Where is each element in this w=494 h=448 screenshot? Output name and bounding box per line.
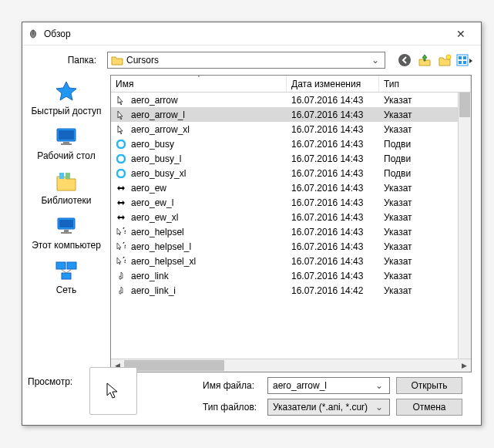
computer-icon (54, 214, 79, 238)
column-modified[interactable]: Дата изменения (287, 76, 379, 92)
folder-combo[interactable]: Cursors ⌄ (107, 52, 385, 69)
file-row[interactable]: aero_ew_l 16.07.2016 14:43 Указат (111, 195, 471, 210)
file-row[interactable]: ? aero_helpsel_l 16.07.2016 14:43 Указат (111, 239, 471, 254)
file-icon (116, 197, 126, 208)
file-icon (116, 153, 126, 164)
svg-rect-20 (67, 262, 76, 269)
file-list[interactable]: Имя ˄ Дата изменения Тип aero_arrow 16.0… (110, 75, 472, 372)
titlebar: Обзор ✕ (22, 22, 481, 45)
file-open-dialog: Обзор ✕ Папка: Cursors ⌄ Бы (22, 22, 482, 426)
file-row[interactable]: aero_busy_xl 16.07.2016 14:43 Подви (111, 166, 471, 180)
place-item[interactable]: Быстрый доступ (22, 79, 110, 116)
file-icon (116, 95, 126, 106)
column-type[interactable]: Тип (379, 76, 471, 92)
file-icon (116, 124, 126, 135)
file-name: aero_helpsel_l (131, 241, 191, 252)
file-rows: aero_arrow 16.07.2016 14:43 Указат aero_… (111, 93, 471, 359)
file-row[interactable]: aero_ew_xl 16.07.2016 14:43 Указат (111, 210, 471, 224)
file-row[interactable]: ? aero_helpsel 16.07.2016 14:43 Указат (111, 224, 471, 239)
file-name: aero_busy_l (131, 153, 181, 164)
place-item[interactable]: Рабочий стол (22, 124, 110, 161)
file-row[interactable]: aero_arrow_l 16.07.2016 14:43 Указат (111, 107, 471, 122)
star-icon (54, 79, 79, 104)
place-item[interactable]: Этот компьютер (22, 214, 110, 251)
file-date: 16.07.2016 14:42 (287, 285, 379, 296)
preview-label: Просмотр: (28, 376, 72, 387)
svg-rect-5 (459, 56, 462, 59)
file-row[interactable]: aero_ew 16.07.2016 14:43 Указат (111, 180, 471, 195)
close-button[interactable]: ✕ (445, 28, 476, 40)
file-row[interactable]: ? aero_helpsel_xl 16.07.2016 14:43 Указа… (111, 254, 471, 268)
file-date: 16.07.2016 14:43 (287, 271, 379, 281)
svg-rect-19 (56, 262, 66, 269)
place-label: Библиотеки (41, 195, 91, 206)
file-name: aero_helpsel (131, 227, 184, 237)
svg-rect-8 (463, 61, 466, 64)
file-date: 16.07.2016 14:43 (287, 197, 379, 208)
folder-label: Папка: (22, 55, 102, 66)
file-date: 16.07.2016 14:43 (287, 95, 379, 106)
folder-row: Папка: Cursors ⌄ (22, 45, 481, 75)
place-item[interactable]: Сеть (22, 258, 110, 295)
scroll-right-icon[interactable]: ▶ (458, 362, 471, 369)
svg-text:?: ? (123, 242, 126, 251)
file-date: 16.07.2016 14:43 (287, 109, 379, 120)
horizontal-scrollbar[interactable]: ◀ ▶ (111, 359, 471, 372)
libraries-icon (54, 169, 79, 194)
svg-rect-14 (66, 173, 70, 179)
svg-rect-17 (64, 230, 69, 232)
svg-point-2 (398, 54, 411, 66)
svg-line-23 (66, 269, 72, 273)
svg-rect-21 (62, 273, 71, 279)
file-name: aero_link (131, 271, 169, 281)
place-label: Рабочий стол (37, 150, 95, 161)
column-name[interactable]: Имя ˄ (111, 76, 287, 92)
svg-rect-6 (463, 56, 466, 59)
file-date: 16.07.2016 14:43 (287, 227, 379, 237)
file-name: aero_ew (131, 183, 166, 194)
chevron-down-icon: ⌄ (374, 380, 385, 391)
file-row[interactable]: aero_link 16.07.2016 14:43 Указат (111, 268, 471, 283)
chevron-down-icon: ⌄ (369, 55, 381, 66)
back-button[interactable] (396, 52, 413, 69)
svg-point-26 (117, 170, 125, 177)
file-name: aero_helpsel_xl (131, 256, 196, 267)
file-row[interactable]: aero_arrow 16.07.2016 14:43 Указат (111, 93, 471, 107)
svg-point-25 (117, 155, 125, 163)
file-list-container: Имя ˄ Дата изменения Тип aero_arrow 16.0… (110, 75, 481, 425)
view-menu-button[interactable] (456, 52, 473, 69)
file-name: aero_arrow_l (131, 109, 185, 120)
file-row[interactable]: aero_link_i 16.07.2016 14:42 Указат (111, 283, 471, 298)
scrollbar-thumb[interactable] (459, 93, 470, 117)
file-row[interactable]: aero_busy 16.07.2016 14:43 Подви (111, 136, 471, 151)
file-icon: ? (116, 227, 126, 237)
up-button[interactable] (416, 52, 433, 69)
place-item[interactable]: Библиотеки (22, 169, 110, 206)
app-icon (27, 28, 39, 40)
vertical-scrollbar[interactable] (458, 93, 471, 359)
file-icon (116, 285, 126, 296)
sort-caret-icon: ˄ (197, 75, 200, 82)
file-icon (116, 271, 126, 281)
file-icon: ? (116, 241, 126, 252)
new-folder-button[interactable] (436, 52, 453, 69)
file-date: 16.07.2016 14:43 (287, 124, 379, 135)
file-row[interactable]: aero_arrow_xl 16.07.2016 14:43 Указат (111, 122, 471, 136)
folder-value: Cursors (126, 55, 366, 66)
svg-point-3 (446, 55, 451, 59)
svg-rect-13 (59, 173, 64, 179)
cancel-button[interactable]: Отмена (396, 399, 462, 416)
file-name: aero_ew_l (131, 197, 173, 208)
place-label: Быстрый доступ (31, 106, 101, 116)
filetype-combo[interactable]: Указатели (*.ani, *.cur) ⌄ (267, 399, 390, 416)
file-icon (116, 139, 126, 150)
open-button[interactable]: Открыть (396, 377, 462, 394)
file-icon (116, 168, 126, 179)
filename-input[interactable]: aero_arrow_l ⌄ (267, 377, 390, 394)
file-date: 16.07.2016 14:43 (287, 256, 379, 267)
file-row[interactable]: aero_busy_l 16.07.2016 14:43 Подви (111, 151, 471, 166)
file-name: aero_arrow_xl (131, 124, 190, 135)
file-name: aero_busy_xl (131, 168, 186, 179)
svg-line-22 (61, 269, 66, 273)
scrollbar-thumb[interactable] (124, 360, 224, 371)
